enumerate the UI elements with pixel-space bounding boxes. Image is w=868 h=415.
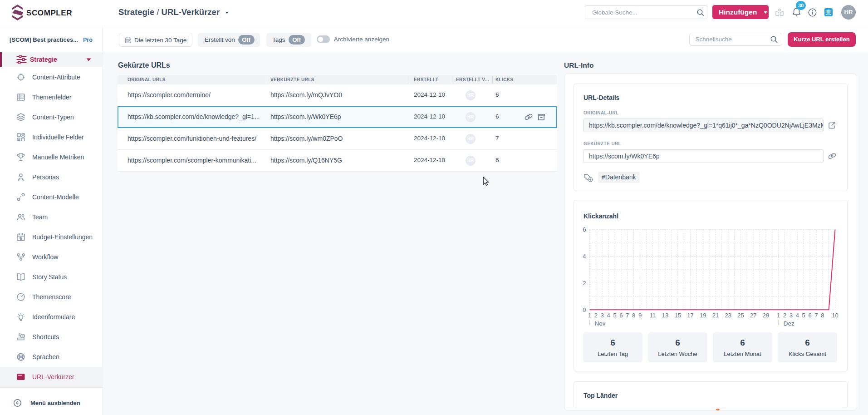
svg-text:Dez: Dez [784, 320, 794, 327]
svg-text:4: 4 [583, 253, 586, 260]
svg-text:5: 5 [802, 312, 805, 319]
svg-text:17: 17 [687, 312, 693, 319]
svg-text:25: 25 [737, 312, 744, 319]
svg-text:27: 27 [750, 312, 756, 319]
svg-text:21: 21 [712, 312, 719, 319]
svg-text:2: 2 [783, 312, 786, 319]
svg-text:19: 19 [700, 312, 706, 319]
svg-text:8: 8 [632, 312, 635, 319]
svg-text:10: 10 [832, 312, 838, 319]
svg-text:11: 11 [649, 312, 656, 319]
svg-text:1: 1 [777, 312, 780, 319]
svg-text:8: 8 [821, 312, 824, 319]
svg-text:9: 9 [638, 312, 642, 319]
svg-text:13: 13 [662, 312, 668, 319]
svg-text:0: 0 [583, 306, 586, 313]
svg-text:5: 5 [613, 312, 616, 319]
svg-text:23: 23 [725, 312, 731, 319]
svg-text:Nov: Nov [595, 320, 606, 327]
svg-text:2: 2 [594, 312, 598, 319]
svg-text:1: 1 [588, 312, 591, 319]
svg-text:3: 3 [601, 312, 604, 319]
svg-text:3: 3 [790, 312, 793, 319]
svg-text:4: 4 [607, 312, 610, 319]
svg-text:7: 7 [814, 312, 818, 319]
svg-text:15: 15 [674, 312, 681, 319]
svg-text:6: 6 [619, 312, 623, 319]
svg-text:6: 6 [808, 312, 811, 319]
svg-text:6: 6 [583, 226, 586, 233]
svg-text:4: 4 [796, 312, 799, 319]
svg-text:7: 7 [626, 312, 629, 319]
svg-text:29: 29 [763, 312, 769, 319]
svg-text:2: 2 [583, 280, 586, 287]
